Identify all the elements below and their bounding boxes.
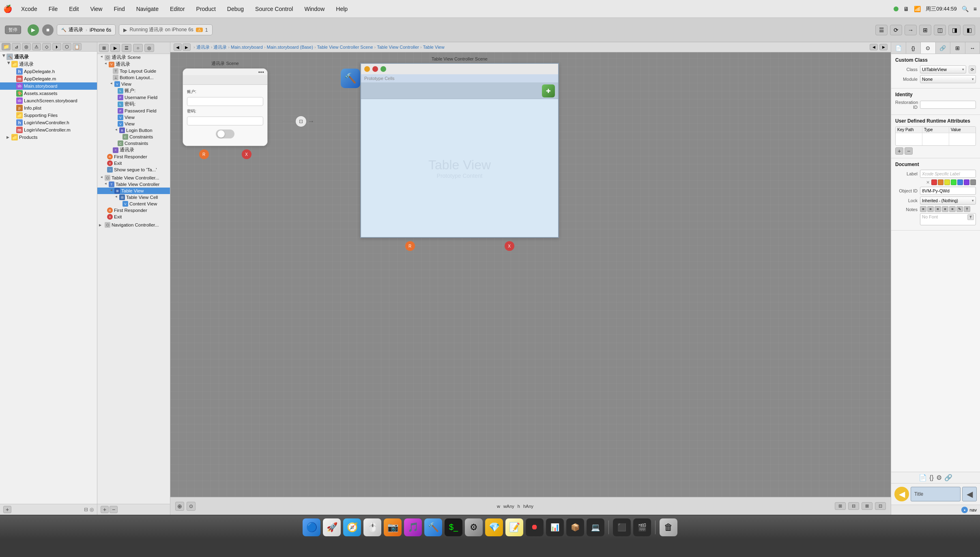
- outline-login-button[interactable]: ▼ B Login Button: [97, 127, 170, 134]
- inspector-tab-connections[interactable]: ↔: [965, 42, 980, 54]
- bc-5[interactable]: Table View Controller Scene: [317, 45, 373, 50]
- notes-fmt-2[interactable]: ≡: [927, 206, 934, 212]
- outline-segue[interactable]: → Show segue to 'Ta...': [97, 166, 170, 173]
- toggle-switch[interactable]: [216, 130, 234, 138]
- nav-indicator[interactable]: ● nav: [961, 507, 977, 513]
- dock-dark-app1[interactable]: ⏺: [526, 518, 544, 536]
- menu-view[interactable]: View: [88, 5, 105, 13]
- swatch-x-icon[interactable]: ✕: [925, 179, 931, 185]
- add-outline-button[interactable]: +: [101, 506, 109, 513]
- tree-item-appdelegate-m[interactable]: m AppDelegate.m: [0, 75, 97, 82]
- outline-label-account[interactable]: L 账户:: [97, 87, 170, 94]
- editor-toggle-assistant[interactable]: ◨: [948, 25, 961, 35]
- notes-fmt-6[interactable]: ✎: [956, 206, 963, 212]
- nav-forward-btn[interactable]: ◀: [962, 487, 977, 501]
- pause-button[interactable]: 暂停: [5, 26, 21, 34]
- run-button[interactable]: ▶: [28, 24, 39, 36]
- scheme-selector[interactable]: 🔨 通讯录 › iPhone 6s: [57, 24, 116, 35]
- outline-icon-3[interactable]: ☰: [122, 44, 131, 52]
- nav-tab-tests[interactable]: ◇: [42, 43, 51, 50]
- add-file-button[interactable]: +: [3, 506, 11, 513]
- outline-constraints-button[interactable]: C Constraints: [97, 134, 170, 140]
- swatch-purple[interactable]: [964, 179, 969, 185]
- apple-logo[interactable]: 🍎: [3, 4, 12, 13]
- outline-nav-controller[interactable]: ▶ ⬡ Navigation Controller...: [97, 222, 170, 228]
- password-input[interactable]: [187, 117, 263, 125]
- bc-2[interactable]: 通讯录: [213, 44, 227, 50]
- notes-fmt-3[interactable]: ≡: [935, 206, 941, 212]
- menu-window[interactable]: Window: [302, 5, 327, 13]
- nav-tab-log[interactable]: 📋: [73, 43, 82, 50]
- outline-vc-label[interactable]: < 通讯录: [97, 147, 170, 153]
- nav-tab-vcs[interactable]: ⊿: [12, 43, 21, 50]
- tree-item-appdelegate-h[interactable]: h AppDelegate.h: [0, 68, 97, 75]
- swatch-red[interactable]: [931, 179, 937, 185]
- outline-fr-table[interactable]: R First Responder: [97, 207, 170, 214]
- bc-prev-btn[interactable]: ◀: [870, 44, 878, 50]
- layout-btn[interactable]: ⊟: [848, 502, 859, 510]
- menu-navigate[interactable]: Navigate: [134, 5, 161, 13]
- outline-constraints-view[interactable]: C Constraints: [97, 140, 170, 147]
- storyboard-canvas[interactable]: 通讯录 Scene ●●● 账户:: [170, 52, 891, 497]
- dock-dark-app2[interactable]: 📊: [546, 518, 564, 536]
- module-select[interactable]: None ▾: [920, 75, 976, 83]
- swatch-gray[interactable]: [970, 179, 976, 185]
- outline-password-field[interactable]: F Password Field: [97, 108, 170, 114]
- dock-dark-app5[interactable]: ⬛: [613, 518, 631, 536]
- bc-1[interactable]: 通讯录: [196, 44, 210, 50]
- siri-icon[interactable]: ≡: [974, 6, 977, 12]
- tree-item-main-storyboard[interactable]: sb Main.storyboard: [0, 82, 97, 90]
- menu-find[interactable]: Find: [111, 5, 127, 13]
- bc-next-btn[interactable]: ▶: [879, 44, 888, 50]
- outline-tablevc[interactable]: ▼ T Table View Controller: [97, 181, 170, 188]
- menu-debug[interactable]: Debug: [225, 5, 246, 13]
- outline-exit-table[interactable]: X Exit: [97, 214, 170, 220]
- outline-top-layout[interactable]: ⊤ Top Layout Guide: [97, 68, 170, 74]
- outline-vc-login[interactable]: ▼ V 通讯录: [97, 61, 170, 68]
- outline-view-sub1[interactable]: V View: [97, 114, 170, 121]
- outline-scene-table[interactable]: ▼ ⬡ Table View Controller...: [97, 175, 170, 181]
- insp-nav-link[interactable]: 🔗: [944, 474, 952, 481]
- editor-toggle-version[interactable]: ◧: [963, 25, 975, 35]
- dock-terminal[interactable]: $_: [445, 518, 462, 536]
- bc-6[interactable]: Table View Controller: [377, 45, 419, 50]
- debug-toggle[interactable]: ⟳: [890, 25, 902, 35]
- layout-toggle[interactable]: ⊞: [919, 25, 931, 35]
- dock-trash[interactable]: 🗑: [660, 518, 677, 536]
- menu-help[interactable]: Help: [333, 5, 350, 13]
- dock-finder[interactable]: 🔵: [303, 518, 320, 536]
- bc-4[interactable]: Main.storyboard (Base): [267, 45, 313, 50]
- add-object-icon[interactable]: ⊕: [175, 502, 184, 511]
- nav-recent-icon[interactable]: ◎: [90, 507, 94, 512]
- breadcrumb-back[interactable]: ◀: [174, 43, 182, 51]
- outline-icon-1[interactable]: ⊞: [99, 44, 109, 52]
- swatch-orange[interactable]: [938, 179, 943, 185]
- notes-font-selector[interactable]: T: [967, 214, 974, 220]
- insp-nav-doc[interactable]: 📄: [919, 474, 927, 481]
- menu-edit[interactable]: Edit: [67, 5, 81, 13]
- dock-notes[interactable]: 📝: [505, 518, 523, 536]
- username-input[interactable]: [187, 97, 263, 106]
- outline-icon-2[interactable]: ▶: [110, 44, 120, 52]
- notes-fmt-7[interactable]: T: [964, 206, 970, 212]
- dock-launchpad[interactable]: 🚀: [323, 518, 341, 536]
- login-phone-frame[interactable]: ●●● 账户: 密码:: [183, 68, 268, 146]
- dock-sketch[interactable]: 💎: [485, 518, 503, 536]
- outline-username-field[interactable]: F Username Field: [97, 94, 170, 101]
- dock-mouse[interactable]: 🖱️: [363, 518, 381, 536]
- lock-select[interactable]: Inherited - (Nothing) ▾: [920, 196, 976, 205]
- dock-dark-app3[interactable]: 📦: [566, 518, 584, 536]
- doc-label-field[interactable]: Xcode Specific Label: [920, 170, 976, 178]
- outline-icon-5[interactable]: ◎: [144, 44, 154, 52]
- swatch-green[interactable]: [951, 179, 956, 185]
- tree-item-project[interactable]: ▶ 🔨 通讯录: [0, 53, 97, 60]
- outline-exit[interactable]: X Exit: [97, 160, 170, 166]
- menu-product[interactable]: Product: [194, 5, 218, 13]
- align-btn[interactable]: ⊠: [862, 502, 873, 510]
- swatch-yellow[interactable]: [944, 179, 950, 185]
- nav-tab-folder[interactable]: 📁: [2, 43, 11, 50]
- dock-itunes[interactable]: 🎵: [404, 518, 422, 536]
- dock-dark-app4[interactable]: 💻: [587, 518, 604, 536]
- swatch-blue[interactable]: [957, 179, 963, 185]
- zoom-icon[interactable]: ⊙: [187, 502, 196, 511]
